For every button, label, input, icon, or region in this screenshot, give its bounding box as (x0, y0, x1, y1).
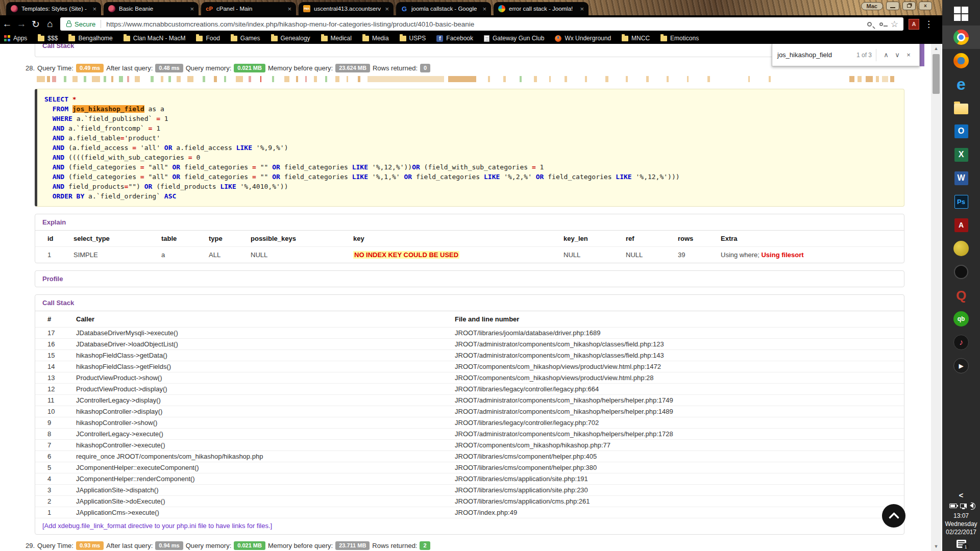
bookmark-item[interactable]: Clan MacN - MacM (124, 35, 186, 42)
tray-expand-icon[interactable]: < (959, 491, 964, 499)
timeline-segment (347, 76, 348, 82)
taskbar-app[interactable]: W (942, 166, 980, 190)
taskbar-app[interactable] (942, 96, 980, 119)
sql-line: AND ((((field_with_sub_categories = 0 (44, 153, 897, 162)
bookmark-item[interactable]: f Facebook (436, 35, 473, 42)
timeline-segment (37, 76, 45, 82)
bookmark-item[interactable]: Media (362, 35, 389, 42)
find-query-input[interactable]: jos_hikashop_field (777, 51, 856, 59)
callstack-row-file: JROOT/libraries/cms/component/helper.php… (455, 464, 904, 471)
browser-tab[interactable]: PMA uscentral413.accountserv × (299, 2, 394, 15)
browser-tab[interactable]: error call stack - Joomla! × (494, 2, 589, 15)
sql-line: SELECT * (44, 94, 897, 104)
callstack-row-file: JROOT/administrator/components/com_hikas… (455, 340, 904, 348)
close-button[interactable]: × (919, 2, 932, 10)
callstack-row-num: 16 (47, 340, 76, 348)
scroll-to-top-button[interactable] (882, 504, 905, 528)
page-scrollbar[interactable]: ▲ ▼ (931, 44, 941, 551)
callstack-row: 14 hikashopFieldClass->getFields() JROOT… (35, 361, 904, 372)
callstack-row-file: JROOT/libraries/joomla/database/driver.p… (455, 329, 904, 337)
callstack-row: 13 ProductViewProduct->show() JROOT/comp… (35, 372, 904, 383)
forward-icon[interactable]: → (14, 18, 29, 30)
tab-close-icon[interactable]: × (190, 6, 194, 12)
taskbar-app[interactable]: Q (942, 284, 980, 307)
taskbar-app[interactable]: X (942, 143, 980, 166)
bookmark-star-icon[interactable]: ☆ (891, 20, 898, 29)
query-time-badge: 0.49 ms (76, 64, 104, 72)
restore-button[interactable] (902, 2, 916, 10)
key-extension-icon[interactable] (879, 22, 883, 26)
callstack-row-caller: JControllerLegacy->execute() (76, 430, 455, 438)
explain-key-len: NULL (564, 251, 626, 259)
scrollbar-thumb[interactable] (933, 54, 940, 94)
find-next-icon[interactable]: ∨ (892, 51, 903, 59)
taskbar-app[interactable] (942, 26, 980, 49)
tab-close-icon[interactable]: × (92, 6, 96, 12)
bookmark-item[interactable]: Games (231, 35, 260, 42)
volume-icon[interactable] (970, 503, 973, 508)
tab-title: Basic Beanie (119, 6, 186, 12)
taskbar-app[interactable] (942, 2, 980, 26)
callstack-row-caller: ProductViewProduct->show() (76, 374, 455, 382)
explain-select-type: SIMPLE (74, 251, 161, 259)
bookmark-item[interactable]: $$$ (38, 35, 58, 42)
browser-tab[interactable]: G joomla callstack - Google × (396, 2, 491, 15)
tab-title: error call stack - Joomla! (509, 6, 576, 12)
callstack-row-file: JROOT/libraries/legacy/controller/legacy… (455, 419, 904, 427)
bookmark-item[interactable]: MNCC (622, 35, 650, 42)
query-number: 28. (26, 64, 35, 72)
scroll-up-icon[interactable]: ▲ (931, 44, 941, 53)
scroll-down-icon[interactable]: ▼ (931, 542, 941, 551)
tab-close-icon[interactable]: × (287, 6, 291, 12)
find-previous-icon[interactable]: ∧ (880, 51, 892, 59)
taskbar-app[interactable] (942, 260, 980, 284)
explain-rows: 39 (678, 251, 721, 259)
bookmark-item[interactable]: Food (196, 35, 219, 42)
url-text[interactable]: https://www.mcnabbcustomcreations.com/si… (106, 20, 861, 28)
browser-tab[interactable]: Basic Beanie × (104, 2, 199, 15)
adobe-extension-icon[interactable]: A (909, 19, 919, 30)
bookmark-item[interactable]: Genealogy (271, 35, 310, 42)
search-icon[interactable] (867, 22, 872, 27)
taskbar-app[interactable] (942, 49, 980, 72)
taskbar-app[interactable]: O (942, 119, 980, 143)
battery-icon[interactable] (949, 504, 957, 508)
taskbar-app[interactable]: A (942, 213, 980, 237)
tab-close-icon[interactable]: × (482, 6, 486, 12)
home-icon[interactable]: ⌂ (43, 18, 57, 30)
browser-menu-icon[interactable]: ⋮ (924, 19, 933, 30)
action-center-icon[interactable]: 1 (957, 540, 966, 548)
tab-close-icon[interactable]: × (385, 6, 389, 12)
tab-title: Templates: Styles (Site) - (21, 6, 89, 12)
xdebug-note: [Add xdebug.file_link_format directive t… (35, 518, 904, 534)
taskbar-app[interactable] (942, 237, 980, 260)
bookmark-item[interactable]: Gateway Gun Club (484, 35, 544, 42)
bookmark-item[interactable]: Bengalhome (68, 35, 112, 42)
browser-tab[interactable]: cP cPanel - Main × (201, 2, 296, 15)
timeline-segment (882, 76, 888, 82)
browser-tab[interactable]: Templates: Styles (Site) - × (6, 2, 101, 15)
taskbar-app[interactable]: Ps (942, 190, 980, 213)
taskbar-app[interactable]: ▶ (942, 354, 980, 378)
reload-icon[interactable]: ↻ (29, 18, 43, 30)
taskbar-app[interactable]: e (942, 72, 980, 96)
taskbar-clock[interactable]: 13:07 Wednesday 02/22/2017 (945, 512, 977, 536)
query-memory-badge: 0.021 MB (234, 64, 265, 72)
find-close-icon[interactable]: × (903, 51, 914, 59)
bookmark-item[interactable]: Emoticons (660, 35, 699, 42)
callstack-row: 7 hikashopController->execute() JROOT/co… (35, 439, 904, 450)
taskbar-app[interactable]: ♪ (942, 331, 980, 354)
minimize-button[interactable] (886, 2, 899, 10)
bookmark-item[interactable]: Wx Underground (555, 35, 611, 42)
find-bar[interactable]: jos_hikashop_field 1 of 3 ∧ ∨ × (772, 44, 920, 66)
bookmark-label: USPS (409, 35, 426, 42)
bookmark-item[interactable]: USPS (400, 35, 426, 42)
taskbar-app[interactable]: qb (942, 307, 980, 331)
tab-close-icon[interactable]: × (580, 6, 584, 12)
back-icon[interactable]: ← (0, 18, 14, 30)
callstack-row-num: 5 (47, 464, 76, 471)
bookmark-item[interactable]: Medical (321, 35, 352, 42)
bookmark-item[interactable]: Apps (4, 35, 27, 42)
sql-line: AND (field_categories = "all" OR field_c… (44, 172, 897, 182)
address-bar[interactable]: Secure https://www.mcnabbcustomcreations… (60, 17, 903, 31)
